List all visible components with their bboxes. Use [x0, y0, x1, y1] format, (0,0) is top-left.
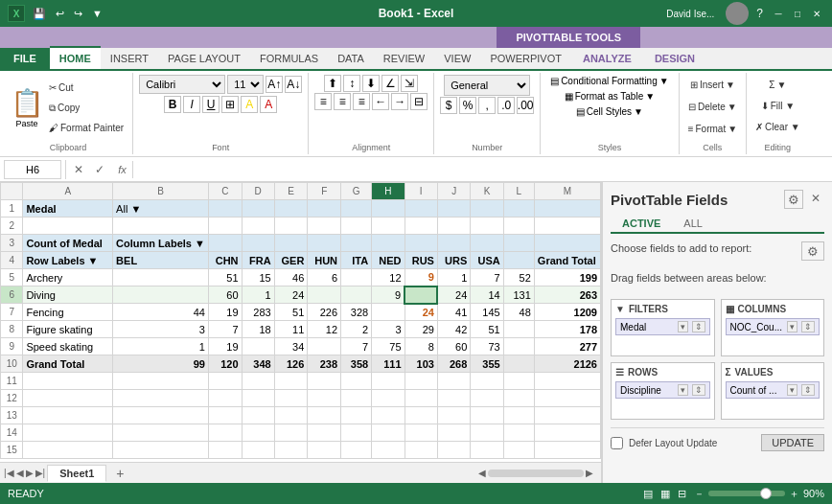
- defer-checkbox[interactable]: [611, 437, 623, 449]
- cell-k5[interactable]: 7: [471, 269, 503, 286]
- cell-e3[interactable]: [274, 235, 308, 252]
- font-name-select[interactable]: Calibri: [139, 75, 225, 94]
- col-header-j[interactable]: J: [437, 183, 470, 200]
- quick-access-dropdown[interactable]: ▼: [90, 8, 104, 19]
- cut-button[interactable]: ✂ Cut: [46, 79, 127, 98]
- restore-button[interactable]: □: [790, 6, 805, 21]
- rows-move-button[interactable]: ⇕: [692, 384, 705, 396]
- cell-c3[interactable]: [208, 235, 242, 252]
- cell-g2[interactable]: [341, 218, 372, 235]
- scroll-right-button[interactable]: ▶: [586, 468, 593, 478]
- col-header-c[interactable]: C: [208, 183, 242, 200]
- formula-cancel-button[interactable]: ✕: [70, 161, 87, 178]
- zoom-in-button[interactable]: ＋: [789, 487, 799, 501]
- col-header-h[interactable]: H: [372, 183, 404, 200]
- filters-field-chip[interactable]: Medal ▾ ⇕: [615, 318, 710, 335]
- cell-k9[interactable]: 73: [471, 338, 503, 355]
- cell-h10[interactable]: 111: [372, 355, 404, 373]
- col-header-a[interactable]: A: [23, 183, 113, 200]
- filters-move-button[interactable]: ⇕: [692, 321, 705, 332]
- format-cells-button[interactable]: ≡ Format ▼: [685, 119, 740, 138]
- formula-input[interactable]: [137, 160, 828, 179]
- cell-j2[interactable]: [437, 218, 470, 235]
- cell-h1[interactable]: [372, 200, 404, 218]
- cell-b10[interactable]: 99: [113, 355, 209, 373]
- col-header-e[interactable]: E: [274, 183, 308, 200]
- cell-e1[interactable]: [274, 200, 308, 218]
- cell-f8[interactable]: 12: [308, 321, 341, 338]
- cell-f4[interactable]: HUN: [308, 252, 341, 269]
- cell-e10[interactable]: 126: [274, 355, 308, 373]
- rows-dropdown-button[interactable]: ▾: [678, 384, 688, 396]
- cell-h6[interactable]: 9: [372, 286, 404, 304]
- col-header-l[interactable]: L: [503, 183, 534, 200]
- cell-l5[interactable]: 52: [503, 269, 534, 286]
- cell-k7[interactable]: 145: [471, 304, 503, 321]
- align-center-button[interactable]: ≡: [334, 93, 351, 110]
- cell-i10[interactable]: 103: [404, 355, 437, 373]
- cell-m8[interactable]: 178: [534, 321, 600, 338]
- status-layout-normal[interactable]: ▤: [643, 488, 653, 500]
- paste-button[interactable]: 📋 Paste: [10, 83, 44, 133]
- cell-f5[interactable]: 6: [308, 269, 341, 286]
- cell-f3[interactable]: [308, 235, 341, 252]
- cell-c2[interactable]: [208, 218, 242, 235]
- sheet-nav-last[interactable]: ▶|: [35, 468, 46, 478]
- update-button[interactable]: UPDATE: [761, 434, 824, 451]
- sheet-nav-prev[interactable]: ◀: [16, 468, 24, 478]
- cell-a15[interactable]: [23, 442, 113, 459]
- align-bottom-button[interactable]: ⬇: [362, 75, 380, 92]
- cell-a7[interactable]: Fencing: [23, 304, 113, 321]
- fill-button[interactable]: ⬇ Fill ▼: [758, 96, 797, 115]
- cell-f6[interactable]: [308, 286, 341, 304]
- columns-field-chip[interactable]: NOC_Cou... ▾ ⇕: [726, 318, 820, 335]
- cell-d1[interactable]: [242, 200, 274, 218]
- cell-m4[interactable]: Grand Total: [534, 252, 600, 269]
- cell-a12[interactable]: [23, 390, 113, 407]
- cell-a8[interactable]: Figure skating: [23, 321, 113, 338]
- cell-f9[interactable]: [308, 338, 341, 355]
- align-right-button[interactable]: ≡: [353, 93, 370, 110]
- minimize-button[interactable]: ─: [771, 6, 786, 21]
- cell-j4[interactable]: URS: [437, 252, 470, 269]
- cell-a10[interactable]: Grand Total: [23, 355, 113, 373]
- decrease-indent-button[interactable]: ←: [372, 93, 389, 110]
- cell-d5[interactable]: 15: [242, 269, 274, 286]
- cell-a11[interactable]: [23, 373, 113, 390]
- cell-i6[interactable]: [404, 286, 437, 304]
- tab-powerpivot[interactable]: POWERPIVOT: [480, 48, 571, 69]
- cell-e6[interactable]: 24: [274, 286, 308, 304]
- pivot-gear-button[interactable]: ⚙: [784, 190, 803, 209]
- cell-e7[interactable]: 51: [274, 304, 308, 321]
- borders-button[interactable]: ⊞: [221, 96, 239, 113]
- col-header-m[interactable]: M: [534, 183, 600, 200]
- cell-m6[interactable]: 263: [534, 286, 600, 304]
- sheet-tab-sheet1[interactable]: Sheet1: [47, 465, 106, 482]
- values-move-button[interactable]: ⇕: [801, 384, 815, 396]
- wrap-text-button[interactable]: ⇲: [401, 75, 418, 92]
- font-color-button[interactable]: A: [260, 96, 277, 113]
- cell-c5[interactable]: 51: [208, 269, 242, 286]
- cell-h4[interactable]: NED: [372, 252, 404, 269]
- font-size-select[interactable]: 11: [227, 75, 264, 94]
- cell-g7[interactable]: 328: [341, 304, 372, 321]
- tab-data[interactable]: DATA: [328, 48, 374, 69]
- cell-c1[interactable]: [208, 200, 242, 218]
- status-layout-preview[interactable]: ⊟: [678, 488, 686, 500]
- cell-b5[interactable]: [113, 269, 209, 286]
- scroll-left-button[interactable]: ◀: [478, 468, 486, 478]
- cell-k1[interactable]: [471, 200, 503, 218]
- cell-h3[interactable]: [372, 235, 404, 252]
- align-middle-button[interactable]: ↕: [343, 75, 360, 92]
- cell-f10[interactable]: 238: [308, 355, 341, 373]
- format-as-table-button[interactable]: ▦ Format as Table ▼: [561, 90, 659, 103]
- close-button[interactable]: ✕: [809, 6, 824, 21]
- cell-b2[interactable]: [113, 218, 209, 235]
- tab-file[interactable]: FILE: [0, 48, 50, 69]
- cell-h5[interactable]: 12: [372, 269, 404, 286]
- cell-f7[interactable]: 226: [308, 304, 341, 321]
- angle-text-button[interactable]: ∠: [381, 75, 399, 92]
- cell-b4[interactable]: BEL: [113, 252, 209, 269]
- fields-gear-button[interactable]: ⚙: [801, 241, 824, 261]
- sheet-nav-first[interactable]: |◀: [4, 468, 14, 478]
